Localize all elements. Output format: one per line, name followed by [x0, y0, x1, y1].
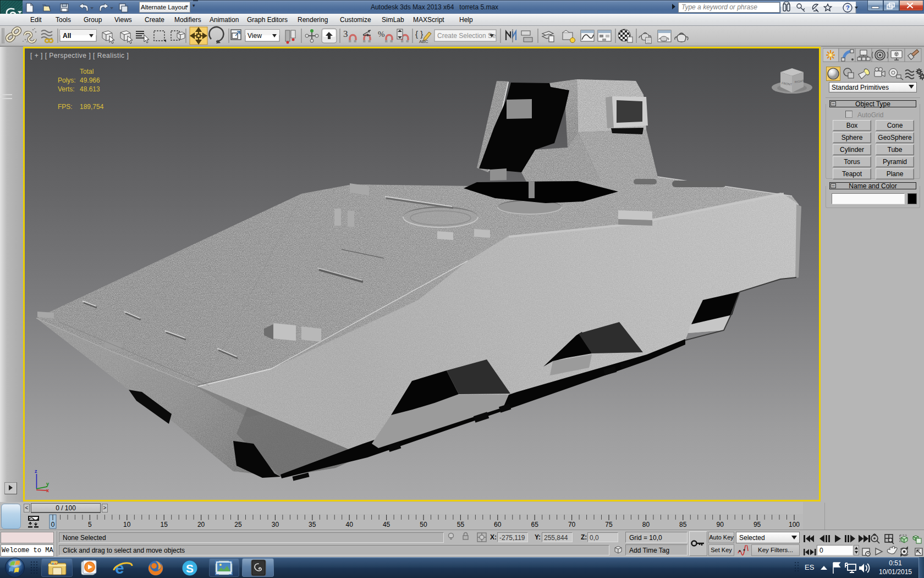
svg-text:3: 3 — [343, 29, 348, 39]
svg-text:65: 65 — [531, 521, 539, 528]
svg-text:75: 75 — [605, 521, 613, 528]
svg-text:15: 15 — [161, 521, 168, 528]
svg-text:25: 25 — [234, 521, 242, 528]
svg-text:S: S — [186, 562, 194, 575]
svg-text:0: 0 — [51, 521, 55, 528]
svg-text:y: y — [46, 481, 49, 487]
svg-text:60: 60 — [494, 521, 502, 528]
svg-text:View: View — [248, 32, 262, 40]
svg-text:5: 5 — [88, 521, 92, 528]
svg-text:Create Selection Se: Create Selection Se — [437, 32, 496, 40]
svg-text:95: 95 — [754, 521, 761, 528]
svg-text:All: All — [63, 32, 71, 40]
svg-text:e: e — [115, 559, 124, 577]
svg-text:80: 80 — [642, 521, 650, 528]
svg-text:z: z — [35, 468, 37, 474]
svg-text:50: 50 — [420, 521, 427, 528]
svg-text:10: 10 — [123, 521, 131, 528]
svg-text:20: 20 — [197, 521, 205, 528]
svg-text:?: ? — [846, 4, 850, 11]
svg-text:{ }: { } — [415, 29, 423, 39]
svg-text:x: x — [46, 488, 49, 493]
svg-text:70: 70 — [568, 521, 576, 528]
svg-text:90: 90 — [717, 521, 724, 528]
svg-text:85: 85 — [679, 521, 687, 528]
svg-text:%: % — [378, 30, 385, 39]
svg-text:30: 30 — [272, 521, 279, 528]
svg-text:ABC: ABC — [419, 39, 428, 44]
svg-text:35: 35 — [309, 521, 316, 528]
svg-text:55: 55 — [457, 521, 465, 528]
svg-text:100: 100 — [789, 521, 800, 528]
svg-text:45: 45 — [383, 521, 391, 528]
svg-text:40: 40 — [346, 521, 354, 528]
